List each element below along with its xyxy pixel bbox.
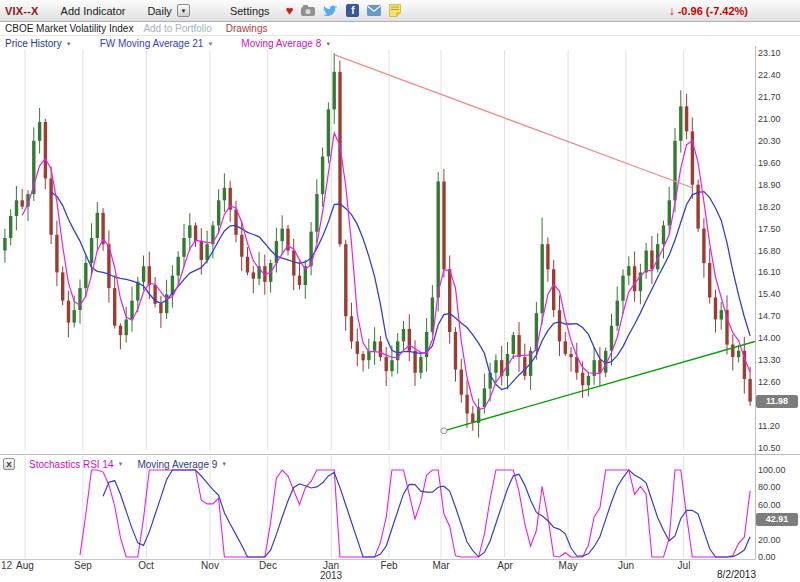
chevron-down-icon: ▼ bbox=[325, 41, 331, 47]
share-icons: ♥ f bbox=[286, 4, 402, 18]
month-label: Mar bbox=[428, 560, 454, 571]
symbol-description: CBOE Market Volatility Index bbox=[5, 23, 133, 34]
stoch-value-badge: 42.91 bbox=[756, 513, 798, 526]
price-tick-label: 18.20 bbox=[758, 202, 781, 212]
email-icon[interactable] bbox=[367, 4, 381, 18]
month-label: Jun bbox=[613, 560, 639, 571]
axis-divider-line bbox=[755, 46, 756, 559]
ma8-label: Moving Average 8 bbox=[241, 38, 321, 49]
timeframe-select[interactable]: Daily ▼ bbox=[147, 4, 189, 17]
year-label: 2013 bbox=[318, 570, 344, 581]
add-to-portfolio-button[interactable]: Add to Portfolio bbox=[143, 23, 211, 34]
ma8-dropdown[interactable]: Moving Average 8 ▼ bbox=[241, 38, 331, 49]
symbol-ticker[interactable]: VIX--X bbox=[5, 5, 39, 17]
stoch-tick-label: 20.00 bbox=[758, 535, 781, 545]
stoch-tick-label: 100.00 bbox=[758, 465, 786, 475]
price-tick-label: 22.40 bbox=[758, 70, 781, 80]
month-label: Sep bbox=[70, 560, 96, 571]
price-tick-label: 21.70 bbox=[758, 92, 781, 102]
panel-resize-divider[interactable] bbox=[0, 454, 800, 455]
month-label: Apr bbox=[492, 560, 518, 571]
close-panel-button[interactable]: X bbox=[3, 458, 15, 470]
price-tick-label: 15.40 bbox=[758, 289, 781, 299]
price-tick-label: 10.50 bbox=[758, 443, 781, 453]
price-tick-label: 19.60 bbox=[758, 158, 781, 168]
month-label: Feb bbox=[376, 560, 402, 571]
stoch-tick-label: 80.00 bbox=[758, 482, 781, 492]
price-history-dropdown[interactable]: Price History ▼ bbox=[5, 38, 72, 49]
stoch-ma-dropdown[interactable]: Moving Average 9 ▼ bbox=[137, 459, 227, 470]
main-toolbar: VIX--X Add Indicator Daily ▼ Settings ♥ … bbox=[0, 0, 800, 22]
stoch-chart-canvas[interactable] bbox=[0, 456, 755, 558]
price-tick-label: 18.90 bbox=[758, 180, 781, 190]
month-label: Jul bbox=[671, 560, 697, 571]
timeframe-dropdown-icon[interactable]: ▼ bbox=[177, 4, 190, 17]
down-arrow-icon: ↓ bbox=[669, 4, 675, 18]
chevron-down-icon: ▼ bbox=[207, 41, 213, 47]
ma21-dropdown[interactable]: FW Moving Average 21 ▼ bbox=[100, 38, 214, 49]
month-label: Nov bbox=[197, 560, 223, 571]
stoch-rsi-dropdown[interactable]: Stochastics RSI 14 ▼ bbox=[29, 459, 123, 470]
last-price-badge: 11.98 bbox=[756, 395, 798, 408]
stoch-ma-label: Moving Average 9 bbox=[137, 459, 217, 470]
price-tick-label: 17.50 bbox=[758, 224, 781, 234]
ma21-label: FW Moving Average 21 bbox=[100, 38, 204, 49]
chevron-down-icon: ▼ bbox=[221, 461, 227, 467]
stoch-rsi-label: Stochastics RSI 14 bbox=[29, 459, 113, 470]
stoch-panel-header: X Stochastics RSI 14 ▼ Moving Average 9 … bbox=[3, 458, 227, 470]
price-tick-label: 16.10 bbox=[758, 267, 781, 277]
year-label-left: 12 bbox=[1, 560, 12, 571]
change-text: -0.96 (-7.42%) bbox=[678, 5, 748, 17]
last-date-label: 8/2/2013 bbox=[700, 569, 756, 580]
chevron-down-icon: ▼ bbox=[66, 41, 72, 47]
chevron-down-icon: ▼ bbox=[117, 461, 123, 467]
symbol-description-bar: CBOE Market Volatility Index Add to Port… bbox=[0, 22, 800, 36]
stoch-tick-label: 0.00 bbox=[758, 552, 776, 562]
month-label: Oct bbox=[133, 560, 159, 571]
price-tick-label: 13.30 bbox=[758, 355, 781, 365]
month-label: Aug bbox=[12, 560, 38, 571]
stoch-tick-label: 60.00 bbox=[758, 500, 781, 510]
month-label: May bbox=[555, 560, 581, 571]
price-tick-label: 14.00 bbox=[758, 333, 781, 343]
timeframe-value: Daily bbox=[147, 5, 171, 17]
notes-icon[interactable] bbox=[389, 4, 401, 18]
price-change-readout: ↓ -0.96 (-7.42%) bbox=[669, 4, 748, 18]
settings-button[interactable]: Settings bbox=[230, 5, 270, 17]
favorites-heart-icon[interactable]: ♥ bbox=[286, 4, 294, 18]
camera-icon[interactable] bbox=[301, 4, 315, 18]
drawings-menu[interactable]: Drawings bbox=[226, 23, 268, 34]
price-chart-canvas[interactable] bbox=[0, 36, 755, 456]
price-tick-label: 12.60 bbox=[758, 377, 781, 387]
add-indicator-button[interactable]: Add Indicator bbox=[61, 5, 126, 17]
price-tick-label: 11.20 bbox=[758, 421, 780, 431]
price-history-label: Price History bbox=[5, 38, 62, 49]
price-tick-label: 16.80 bbox=[758, 246, 781, 256]
month-label: Dec bbox=[255, 560, 281, 571]
chart-legend: Price History ▼ FW Moving Average 21 ▼ M… bbox=[5, 38, 331, 49]
price-tick-label: 20.30 bbox=[758, 136, 781, 146]
price-tick-label: 23.10 bbox=[758, 48, 781, 58]
price-tick-label: 21.00 bbox=[758, 114, 781, 124]
stock-chart-window: VIX--X Add Indicator Daily ▼ Settings ♥ … bbox=[0, 0, 800, 582]
twitter-icon[interactable] bbox=[323, 4, 338, 18]
facebook-icon[interactable]: f bbox=[346, 4, 359, 17]
price-tick-label: 14.70 bbox=[758, 311, 781, 321]
